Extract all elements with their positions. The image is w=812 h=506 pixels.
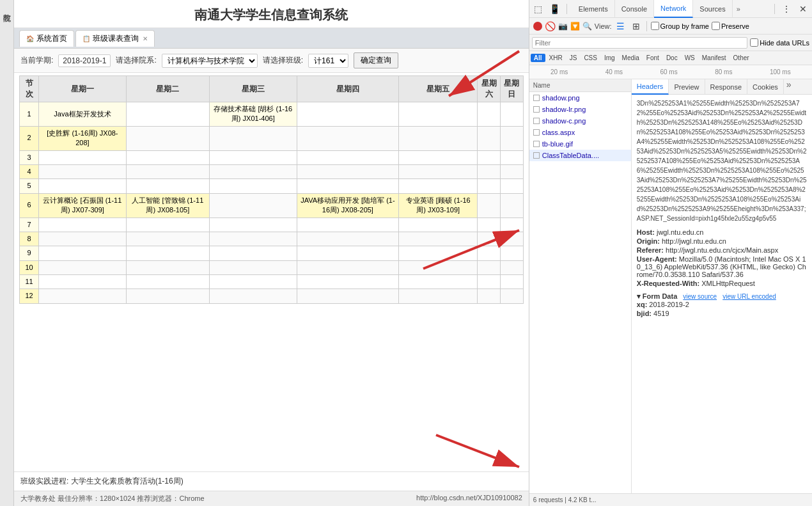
- cell-sat: [478, 246, 501, 260]
- col-tue: 星期二: [126, 76, 209, 102]
- college-select[interactable]: 计算机科学与技术学院: [162, 54, 258, 68]
- type-font-btn[interactable]: Font: [643, 54, 662, 62]
- cell-mon: [39, 275, 127, 289]
- type-doc-btn[interactable]: Doc: [663, 54, 681, 62]
- tab-home[interactable]: 系统首页: [19, 30, 74, 47]
- file-list-items: shadow.pngshadow-lr.pngshadow-c.pngclass…: [529, 92, 631, 161]
- cell-wed: [209, 217, 297, 232]
- browser-tabs: 系统首页 班级课表查询 ✕: [14, 28, 529, 49]
- cell-wed: [209, 126, 297, 150]
- device-icon[interactable]: 📱: [549, 3, 561, 15]
- table-icon: [82, 34, 90, 43]
- inspect-icon[interactable]: ⬚: [532, 3, 545, 15]
- cell-mon: [39, 246, 127, 260]
- cell-thu: [297, 232, 398, 246]
- file-checkbox: [533, 106, 540, 113]
- group-by-frame-checkbox[interactable]: [651, 22, 659, 30]
- close-devtools-icon[interactable]: ✕: [797, 3, 809, 15]
- cell-fri: [399, 232, 478, 246]
- file-list-item[interactable]: ClassTableData....: [529, 150, 631, 161]
- file-list-item[interactable]: class.aspx: [529, 127, 631, 138]
- filter-icon[interactable]: 🔽: [570, 22, 580, 31]
- submit-button[interactable]: 确定查询: [354, 52, 398, 68]
- detail-tab-preview[interactable]: Preview: [669, 79, 705, 95]
- class-select[interactable]: 计161: [308, 54, 348, 68]
- file-name: shadow-c.png: [542, 117, 586, 125]
- cell-index: 9: [20, 246, 39, 260]
- detail-tab-more-icon[interactable]: »: [784, 79, 794, 94]
- form-data-header[interactable]: ▾ Form Data: [637, 292, 677, 300]
- file-list-item[interactable]: shadow-lr.png: [529, 104, 631, 115]
- type-manifest-btn[interactable]: Manifest: [699, 54, 730, 62]
- notes-bar: 班级实践进程: 大学生文化素质教育活动(1-16周): [14, 471, 529, 491]
- net-filter-row: Hide data URLs: [529, 35, 812, 51]
- net-split: Name shadow.pngshadow-lr.pngshadow-c.png…: [529, 79, 812, 493]
- hide-data-urls-label[interactable]: Hide data URLs: [750, 38, 809, 47]
- type-all-btn[interactable]: All: [531, 54, 545, 62]
- cell-thu: [297, 150, 398, 164]
- tab-close-icon[interactable]: ✕: [143, 35, 148, 42]
- file-list-item[interactable]: shadow.png: [529, 92, 631, 104]
- cell-mon: Java框架开发技术: [39, 102, 127, 127]
- detail-origin: Origin: http://jwgl.ntu.edu.cn: [637, 237, 807, 245]
- view-url-link[interactable]: view URL encoded: [722, 293, 776, 300]
- tab-elements[interactable]: Elements: [572, 0, 615, 18]
- detail-referer: Referer: http://jwgl.ntu.edu.cn/cjcx/Mai…: [637, 246, 807, 254]
- type-media-btn[interactable]: Media: [619, 54, 643, 62]
- left-sidebar-strip: 院教: [0, 0, 14, 506]
- detail-tab-headers[interactable]: Headers: [632, 79, 669, 95]
- settings-icon[interactable]: ⋮: [780, 3, 793, 15]
- file-name: shadow-lr.png: [542, 106, 586, 113]
- type-img-btn[interactable]: Img: [601, 54, 618, 62]
- cell-thu: [297, 179, 398, 193]
- view-list-icon[interactable]: ☰: [614, 20, 627, 33]
- type-xhr-btn[interactable]: XHR: [546, 54, 566, 62]
- search-icon[interactable]: 🔍: [582, 22, 592, 31]
- cell-index: 12: [20, 289, 39, 303]
- type-js-btn[interactable]: JS: [566, 54, 581, 62]
- cell-index: 1: [20, 102, 39, 127]
- more-tabs-icon[interactable]: »: [733, 5, 744, 13]
- cell-mon: [39, 179, 127, 193]
- preserve-text: Preserve: [721, 22, 749, 30]
- type-other-btn[interactable]: Other: [730, 54, 753, 62]
- cell-wed: 存储技术基础 [胡杉 (1-16周) JX01-406]: [209, 102, 297, 127]
- cell-thu: JAVA移动应用开发 [陆培军 (1-16周) JX08-205]: [297, 193, 398, 217]
- camera-icon[interactable]: 📷: [558, 22, 568, 31]
- bjid-label: bjid:: [637, 310, 652, 317]
- cell-fri: [399, 217, 478, 232]
- timeline-100ms: 100 ms: [770, 68, 791, 75]
- clear-button[interactable]: 🚫: [545, 21, 556, 31]
- tab-schedule[interactable]: 班级课表查询 ✕: [75, 30, 155, 47]
- detail-tab-response[interactable]: Response: [705, 79, 748, 95]
- table-row: 4: [20, 164, 524, 178]
- tab-sources[interactable]: Sources: [693, 0, 732, 18]
- group-by-frame-label[interactable]: Group by frame: [651, 22, 709, 30]
- view-source-link[interactable]: view source: [683, 293, 717, 300]
- file-list-item[interactable]: tb-blue.gif: [529, 138, 631, 150]
- cell-wed: [209, 275, 297, 289]
- col-mon: 星期一: [39, 76, 127, 102]
- filter-input[interactable]: [532, 37, 748, 49]
- record-button[interactable]: [533, 22, 542, 31]
- file-checkbox: [533, 129, 540, 136]
- preserve-checkbox[interactable]: [712, 22, 720, 30]
- hide-data-urls-checkbox[interactable]: [750, 38, 758, 47]
- detail-panel: 3Dn%2525253A1%25255Ewidth%25253Dn%252525…: [632, 95, 812, 493]
- type-ws-btn[interactable]: WS: [682, 54, 698, 62]
- file-list-item[interactable]: shadow-c.png: [529, 115, 631, 127]
- page-header: 南通大学学生信息查询系统: [14, 0, 529, 28]
- detail-tab-cookies[interactable]: Cookies: [747, 79, 784, 95]
- type-css-btn[interactable]: CSS: [581, 54, 600, 62]
- col-index: 节次: [20, 76, 39, 102]
- cell-tue: [126, 260, 209, 274]
- origin-label: Origin:: [637, 237, 660, 245]
- cell-fri: [399, 126, 478, 150]
- tab-console[interactable]: Console: [615, 0, 654, 18]
- cell-mon: [史胜辉 (1-16周) JX08-208]: [39, 126, 127, 150]
- cell-sat: [478, 232, 501, 246]
- view-group-icon[interactable]: ⊞: [630, 20, 643, 33]
- preserve-label[interactable]: Preserve: [712, 22, 749, 30]
- table-row: 11: [20, 275, 524, 289]
- tab-network[interactable]: Network: [654, 0, 693, 18]
